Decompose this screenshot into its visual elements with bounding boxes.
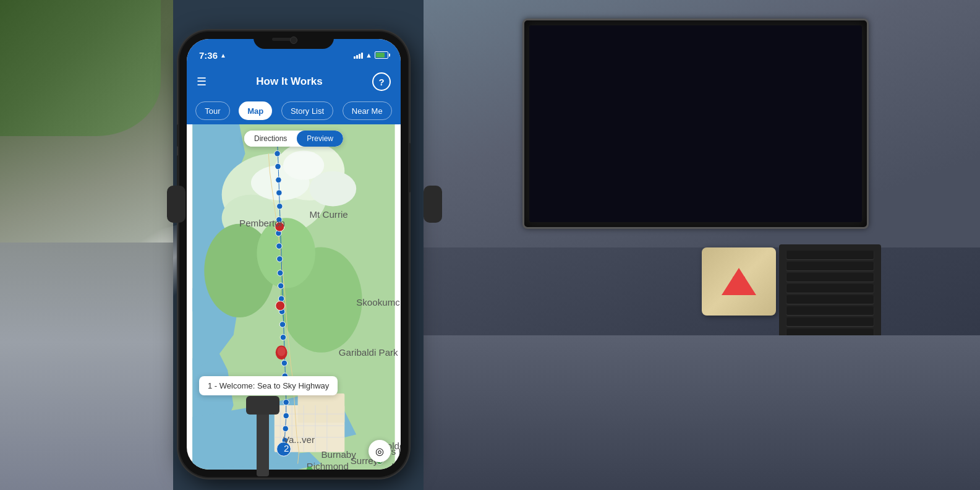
phone-camera xyxy=(290,37,297,44)
dashboard-bg: 7:36 ▲ ▲ xyxy=(0,0,980,490)
phone-content: 7:36 ▲ ▲ xyxy=(187,39,401,470)
map-tooltip: 1 - Welcome: Sea to Sky Highway xyxy=(199,376,338,395)
svg-point-30 xyxy=(279,322,285,327)
svg-text:Langley: Langley xyxy=(391,461,401,470)
left-bg xyxy=(0,0,173,490)
svg-text:Skookumc: Skookumc xyxy=(356,297,400,307)
mount-grip-right xyxy=(424,186,442,223)
vent-slat-4 xyxy=(786,284,874,293)
svg-point-36 xyxy=(276,243,282,249)
hamburger-menu-icon[interactable]: ☰ xyxy=(197,76,207,87)
signal-bar-1 xyxy=(354,56,356,59)
signal-bar-2 xyxy=(356,55,358,59)
svg-text:Garibaldi Park: Garibaldi Park xyxy=(339,347,398,358)
help-button[interactable]: ? xyxy=(372,72,391,91)
svg-point-43 xyxy=(275,151,280,157)
svg-point-39 xyxy=(277,204,283,209)
tab-tour[interactable]: Tour xyxy=(195,101,229,120)
svg-point-42 xyxy=(275,163,281,169)
tooltip-text: 1 - Welcome: Sea to Sky Highway xyxy=(208,381,329,390)
battery-icon xyxy=(375,51,388,59)
svg-point-44 xyxy=(276,301,285,311)
signal-bar-3 xyxy=(359,54,360,59)
battery-fill xyxy=(376,53,385,58)
svg-point-24 xyxy=(283,400,289,405)
hazard-button-container[interactable] xyxy=(702,247,776,316)
svg-point-34 xyxy=(278,270,283,275)
signal-icon xyxy=(354,51,363,59)
svg-point-33 xyxy=(278,283,283,288)
tab-tour-label: Tour xyxy=(205,106,220,116)
location-button[interactable]: ◎ xyxy=(369,440,391,462)
signal-bar-4 xyxy=(361,53,363,59)
tab-story-list-label: Story List xyxy=(291,106,324,116)
vent-slat-5 xyxy=(786,295,874,304)
location-icon: ◎ xyxy=(375,445,384,457)
status-time: 7:36 ▲ xyxy=(199,50,226,61)
status-icons: ▲ xyxy=(354,51,388,59)
mount-grip-left xyxy=(167,186,185,223)
vent-slat-1 xyxy=(786,251,874,259)
header-title: How It Works xyxy=(256,75,322,88)
map-svg: 2 Devine Pemberton Mt Currie Skookumc Ga… xyxy=(187,124,401,470)
svg-point-29 xyxy=(280,335,286,340)
svg-point-32 xyxy=(278,296,284,301)
vent-slat-2 xyxy=(786,262,874,270)
tab-near-me-label: Near Me xyxy=(352,106,383,116)
vent-slat-7 xyxy=(786,317,874,326)
vegetation-bg xyxy=(0,0,161,136)
app-header: ☰ How It Works ? xyxy=(187,66,401,97)
tab-bar: Tour Map Story List Near Me xyxy=(187,97,401,124)
tab-story-list[interactable]: Story List xyxy=(281,101,333,120)
time-display: 7:36 xyxy=(199,50,218,61)
directions-button[interactable]: Directions xyxy=(244,131,297,147)
hazard-triangle-icon xyxy=(722,268,756,295)
svg-point-22 xyxy=(283,426,288,431)
direction-toggle: Directions Preview xyxy=(244,131,343,147)
tab-near-me[interactable]: Near Me xyxy=(343,101,392,120)
svg-text:Va...ver: Va...ver xyxy=(283,434,315,445)
tab-map-label: Map xyxy=(247,106,263,116)
svg-point-40 xyxy=(276,190,282,196)
tab-map[interactable]: Map xyxy=(239,101,272,120)
svg-rect-11 xyxy=(298,393,345,423)
phone-mount: 7:36 ▲ ▲ xyxy=(161,19,427,490)
phone-screen: 7:36 ▲ ▲ xyxy=(187,39,401,470)
wifi-icon: ▲ xyxy=(365,51,372,59)
svg-point-47 xyxy=(278,346,286,356)
mount-base xyxy=(246,396,279,415)
location-arrow-icon: ▲ xyxy=(220,52,226,59)
svg-point-6 xyxy=(310,171,357,207)
svg-point-23 xyxy=(283,413,289,418)
hazard-exclamation xyxy=(733,277,745,278)
svg-point-41 xyxy=(276,177,281,183)
door-panel xyxy=(0,243,173,490)
car-screen-display xyxy=(529,25,862,222)
center-dash xyxy=(424,0,980,490)
vent-slat-6 xyxy=(786,306,874,315)
preview-button[interactable]: Preview xyxy=(297,131,343,147)
svg-text:Pemberton: Pemberton xyxy=(239,218,285,229)
phone-notch xyxy=(254,32,334,49)
svg-point-35 xyxy=(277,256,283,262)
car-screen xyxy=(522,19,869,229)
directions-label: Directions xyxy=(254,134,287,143)
preview-label: Preview xyxy=(307,134,333,143)
power-button[interactable] xyxy=(408,143,411,192)
svg-text:Richmond: Richmond xyxy=(307,461,349,470)
svg-point-27 xyxy=(281,360,287,366)
svg-text:Mt Currie: Mt Currie xyxy=(310,209,348,220)
dash-bottom xyxy=(424,335,980,490)
phone-device: 7:36 ▲ ▲ xyxy=(179,32,408,477)
vent-slat-3 xyxy=(786,273,874,282)
map-container[interactable]: 2 Devine Pemberton Mt Currie Skookumc Ga… xyxy=(187,124,401,470)
volume-down-button[interactable] xyxy=(177,124,179,147)
